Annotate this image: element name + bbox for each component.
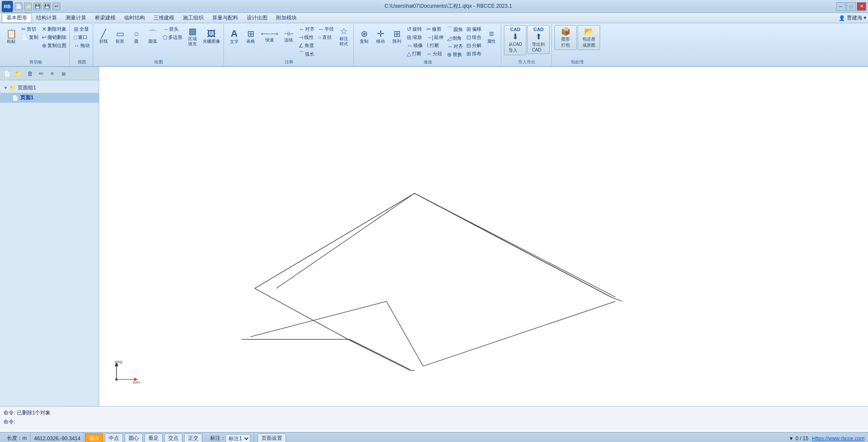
align-right-btn[interactable]: ≣ — [59, 69, 68, 78]
decompose-btn[interactable]: ⊟分解 — [465, 41, 483, 49]
open-btn[interactable]: 📁 — [24, 3, 32, 10]
restore-btn[interactable]: □ — [846, 2, 856, 11]
segment-btn[interactable]: ↔分段 — [425, 50, 445, 57]
save-as-btn[interactable]: 💾 — [43, 3, 51, 10]
copy-btn[interactable]: 📄复制 — [20, 33, 40, 41]
menubar: 基本图形 结构计算 测量计算 桥梁建模 临时结构 三维建模 施工组织 算量与配料… — [0, 13, 868, 23]
snap-endpoint[interactable]: 端点 — [85, 433, 103, 442]
snap-midpoint[interactable]: 中点 — [105, 433, 123, 442]
delete-obj-btn[interactable]: ✕删除对象 — [41, 25, 68, 33]
fillet-btn[interactable]: ⌒圆角 — [446, 25, 464, 34]
extend-btn[interactable]: →|延伸 — [425, 33, 445, 41]
page-tree: ▼ 📁 页面组1 📄 页面1 — [0, 80, 99, 406]
rotate-icon: ↺ — [407, 26, 412, 32]
tree-page-1[interactable]: 📄 页面1 — [0, 93, 99, 103]
menu-item-quantity[interactable]: 算量与配料 — [208, 13, 242, 22]
menu-item-basic[interactable]: 基本图形 — [2, 13, 32, 23]
save-btn[interactable]: 💾 — [34, 3, 41, 10]
diameter-dim-btn[interactable]: ○直径 — [317, 33, 335, 41]
break2-btn[interactable]: △打断 — [406, 50, 424, 57]
window-btn[interactable]: □窗口 — [72, 33, 91, 41]
delete-page-btn[interactable]: 🗑 — [25, 69, 35, 78]
polygon-btn[interactable]: ⬠多边形 — [161, 33, 184, 41]
rotate-btn[interactable]: ↺旋转 — [406, 25, 424, 33]
trim-btn[interactable]: ✂修剪 — [425, 25, 445, 33]
undo-delete-btn[interactable]: ↩撤销删除 — [41, 33, 68, 41]
rename-btn[interactable]: ✏ — [36, 69, 46, 78]
close-btn[interactable]: ✕ — [857, 2, 866, 11]
fill-btn[interactable]: ▩ 区域填充 — [185, 25, 200, 48]
raster-btn[interactable]: 🖼 光栅图像 — [201, 25, 222, 48]
menu-item-3d[interactable]: 三维建模 — [149, 13, 179, 22]
align-left-btn[interactable]: ≡ — [47, 69, 57, 78]
polyline-btn[interactable]: ╱ 折线 — [96, 25, 111, 48]
export-cad-btn[interactable]: CAD ⬆ 导出到CAD — [527, 25, 550, 54]
minimize-btn[interactable]: ─ — [836, 2, 846, 11]
new-btn[interactable]: 📄 — [15, 3, 22, 10]
text-btn[interactable]: A 文字 — [226, 25, 242, 48]
unpack-btn[interactable]: 📂 包还原成原图 — [578, 25, 600, 50]
arrange-btn[interactable]: ⊞排布 — [465, 50, 483, 57]
linear-dim-btn[interactable]: ⊣线性 — [297, 33, 316, 41]
snap-foot[interactable]: 垂足 — [145, 433, 163, 442]
snap-ortho[interactable]: 正交 — [184, 433, 202, 442]
arc-dim-btn[interactable]: ⌒弧长 — [297, 50, 316, 58]
radius-dim-btn[interactable]: ↔半径 — [317, 25, 335, 33]
fullview-btn[interactable]: ⊞全显 — [72, 25, 91, 33]
chamfer-btn[interactable]: ◿倒角 — [446, 34, 464, 42]
mod-align-btn[interactable]: ↔对齐 — [446, 42, 464, 50]
align-dim-btn[interactable]: ↔对齐 — [297, 25, 316, 33]
canvas-area[interactable]: Y(N) X(E) — [99, 67, 868, 406]
new-page-btn[interactable]: 📄 — [3, 69, 12, 78]
cont-dim-btn[interactable]: ⊣⊢ 连续 — [281, 25, 296, 48]
rect-btn[interactable]: ▭ 矩形 — [112, 25, 128, 48]
menu-item-design[interactable]: 设计出图 — [242, 13, 272, 22]
exportcad-sublabel: 导出到CAD — [532, 41, 545, 52]
arrow-btn[interactable]: →箭头 — [161, 25, 184, 33]
import-cad-btn[interactable]: CAD ⬇ 从CAD导入 — [504, 25, 526, 55]
scale-btn[interactable]: ⊞缩放 — [406, 33, 424, 41]
mirror-btn[interactable]: ↔镜像 — [406, 41, 424, 49]
new-group-btn[interactable]: 📁 — [14, 69, 23, 78]
break-btn[interactable]: ⌇打断 — [425, 41, 445, 49]
polyline-label: 折线 — [99, 39, 108, 44]
dim-style-btn[interactable]: ☆ 标注样式 — [336, 25, 352, 48]
arc-btn[interactable]: ⌒ 圆弧 — [145, 25, 160, 48]
menu-item-construction[interactable]: 施工组织 — [179, 13, 208, 22]
tree-page-group[interactable]: ▼ 📁 页面组1 — [0, 83, 99, 93]
quick-dim-btn[interactable]: ⟵⟶ 快速 — [259, 25, 280, 48]
replace-btn[interactable]: ⊕替换 — [446, 51, 464, 58]
mark-select[interactable]: 标注1 — [226, 434, 250, 442]
menu-item-temp[interactable]: 临时结构 — [120, 13, 149, 22]
page-settings-btn[interactable]: 页面设置 — [258, 433, 286, 442]
offset-btn[interactable]: ⊞偏移 — [465, 25, 483, 33]
move-btn[interactable]: ✛ 移动 — [373, 25, 388, 48]
dimstyle-label: 标注样式 — [340, 36, 348, 47]
combine-btn[interactable]: ⊡组合 — [465, 33, 483, 41]
menu-item-measure[interactable]: 测量计算 — [61, 13, 91, 22]
array-btn[interactable]: ⊞ 阵列 — [389, 25, 405, 48]
copypos-icon: ⊕ — [42, 42, 47, 49]
drag-btn[interactable]: ↔拖动 — [72, 41, 91, 49]
menu-item-addon[interactable]: 附加模块 — [272, 13, 301, 22]
paste-btn[interactable]: 📋 粘贴 — [3, 25, 19, 48]
undo-btn[interactable]: ↩ — [53, 3, 60, 10]
circle-btn[interactable]: ○ 圆 — [129, 25, 144, 48]
snap-center[interactable]: 圆心 — [125, 433, 143, 442]
table-btn[interactable]: ⊞ 表格 — [243, 25, 258, 48]
website-link[interactable]: Https://www.rbcce.com — [812, 436, 865, 442]
mod-copy-btn[interactable]: ⊕ 复制 — [356, 25, 372, 48]
pack-btn[interactable]: 📦 图形打包 — [554, 25, 577, 50]
cut-btn[interactable]: ✂剪切 — [20, 25, 40, 33]
copy-pos-btn[interactable]: ⊕复制位图 — [41, 41, 68, 49]
user-name[interactable]: 曹建海 ▾ — [847, 14, 866, 22]
menu-item-bridge[interactable]: 桥梁建模 — [91, 13, 120, 22]
cmd-line-2[interactable]: 命令: — [3, 417, 865, 426]
page-label: 页面1 — [20, 94, 34, 101]
sidebar: 📄 📁 🗑 ✏ ≡ ≣ ▼ 📁 页面组1 📄 页面1 — [0, 67, 99, 406]
snap-intersection[interactable]: 交点 — [164, 433, 182, 442]
angle-dim-btn[interactable]: ∠角度 — [297, 41, 316, 49]
undo-label: 撤销删除 — [47, 34, 66, 41]
properties-btn[interactable]: ≡ 属性 — [484, 25, 499, 48]
menu-item-struct[interactable]: 结构计算 — [32, 13, 61, 22]
